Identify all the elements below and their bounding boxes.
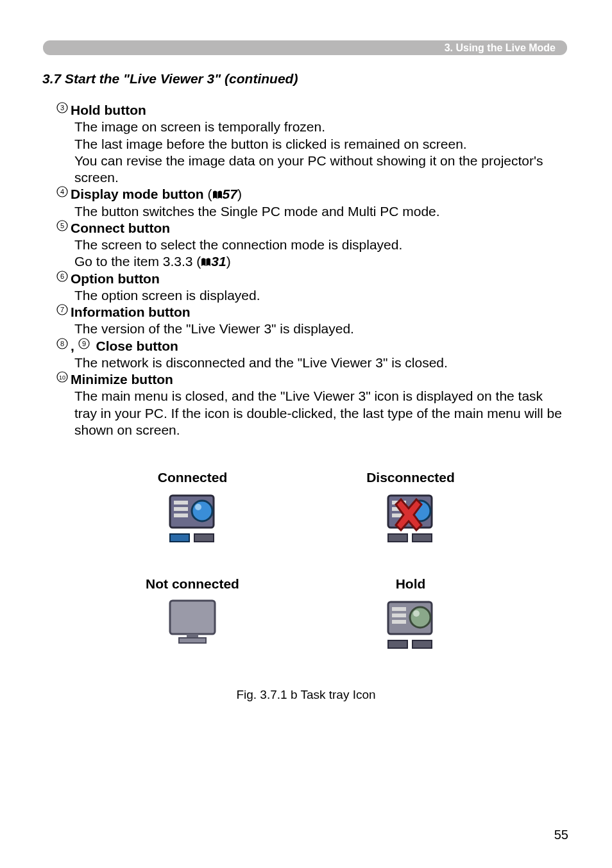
svg-point-21 [195, 504, 201, 510]
item-6: 6 Option button The option screen is dis… [56, 271, 567, 305]
circled-6-icon: 6 [56, 271, 68, 282]
item-4-ref: (57) [208, 187, 242, 201]
svg-rect-29 [388, 534, 407, 542]
tray-icon-not-connected [115, 597, 269, 648]
svg-text:10: 10 [59, 374, 65, 381]
page-number: 55 [554, 828, 568, 842]
svg-rect-33 [179, 638, 206, 643]
svg-rect-30 [412, 534, 432, 542]
icon-label-hold: Hold [334, 576, 488, 592]
svg-text:6: 6 [60, 272, 64, 280]
item-5: 5 Connect button The screen to select th… [56, 220, 567, 271]
circled-5-icon: 5 [56, 220, 68, 231]
svg-rect-22 [170, 534, 189, 542]
item-8-9-body: The network is disconnected and the "Liv… [74, 355, 567, 371]
svg-rect-31 [170, 601, 215, 634]
icon-label-disconnected: Disconnected [334, 470, 488, 485]
chapter-header-text: 3. Using the Live Mode [445, 42, 556, 54]
svg-point-20 [192, 501, 212, 521]
item-6-heading: Option button [71, 271, 160, 286]
svg-rect-23 [194, 534, 214, 542]
svg-text:5: 5 [60, 222, 64, 230]
svg-rect-18 [174, 507, 188, 511]
svg-point-38 [410, 607, 430, 628]
item-3-body: The image on screen is temporally frozen… [74, 119, 567, 186]
tray-icon-hold [334, 597, 488, 652]
svg-text:4: 4 [60, 188, 64, 196]
item-3-heading: Hold button [71, 103, 146, 117]
body-content: 3 Hold button The image on screen is tem… [56, 102, 567, 438]
svg-point-39 [413, 610, 420, 617]
item-10-body: The main menu is closed, and the "Live V… [74, 388, 567, 438]
circled-4-icon: 4 [56, 186, 68, 197]
svg-rect-41 [412, 640, 432, 648]
circled-9-icon: 9 [78, 338, 90, 349]
svg-text:7: 7 [60, 306, 64, 313]
item-4-heading: Display mode button [71, 187, 204, 201]
item-7-body: The version of the "Live Viewer 3" is di… [74, 321, 567, 337]
chapter-header-bar: 3. Using the Live Mode [43, 40, 567, 55]
task-tray-icons-table: Connected Disconnected [115, 470, 488, 683]
book-icon [201, 254, 211, 263]
item-8-9: 8 , 9 Close button The network is discon… [56, 338, 567, 372]
item-5-body: The screen to select the connection mode… [74, 237, 567, 271]
svg-rect-19 [174, 513, 188, 517]
tray-icon-connected [115, 490, 269, 546]
section-title: 3.7 Start the "Live Viewer 3" (continued… [42, 71, 298, 87]
icon-cell-disconnected: Disconnected [334, 470, 488, 546]
item-4-ref-num: 57 [223, 187, 237, 201]
icon-cell-hold: Hold [334, 576, 488, 652]
item-7: 7 Information button The version of the … [56, 304, 567, 338]
circled-3-icon: 3 [56, 102, 68, 113]
tray-icon-disconnected [334, 490, 488, 546]
figure-caption: Fig. 3.7.1 b Task tray Icon [0, 688, 612, 702]
item-8-9-heading: Close button [96, 338, 178, 353]
item-7-heading: Information button [71, 305, 191, 319]
circled-7-icon: 7 [56, 304, 68, 315]
icon-label-not-connected: Not connected [115, 576, 269, 592]
item-4-body: The button switches the Single PC mode a… [74, 203, 567, 220]
circled-10-icon: 10 [56, 371, 68, 383]
item-5-heading: Connect button [71, 221, 170, 235]
item-3: 3 Hold button The image on screen is tem… [56, 102, 567, 186]
svg-text:9: 9 [82, 340, 86, 347]
item-6-body: The option screen is displayed. [74, 287, 567, 304]
item-10-heading: Minimize button [71, 372, 173, 387]
svg-text:3: 3 [60, 104, 64, 112]
svg-rect-35 [392, 607, 406, 611]
svg-rect-36 [392, 613, 406, 617]
svg-rect-37 [392, 620, 406, 624]
icon-label-connected: Connected [115, 470, 269, 485]
circled-8-icon: 8 [56, 338, 68, 349]
svg-text:8: 8 [60, 340, 64, 347]
svg-rect-17 [174, 501, 188, 505]
item-4: 4 Display mode button (57) The button sw… [56, 186, 567, 220]
item-5-ref-num: 31 [211, 254, 226, 269]
icon-cell-not-connected: Not connected [115, 576, 269, 652]
item-10: 10 Minimize button The main menu is clos… [56, 371, 567, 438]
icon-cell-connected: Connected [115, 470, 269, 546]
book-icon [212, 187, 223, 196]
svg-rect-40 [388, 640, 407, 648]
